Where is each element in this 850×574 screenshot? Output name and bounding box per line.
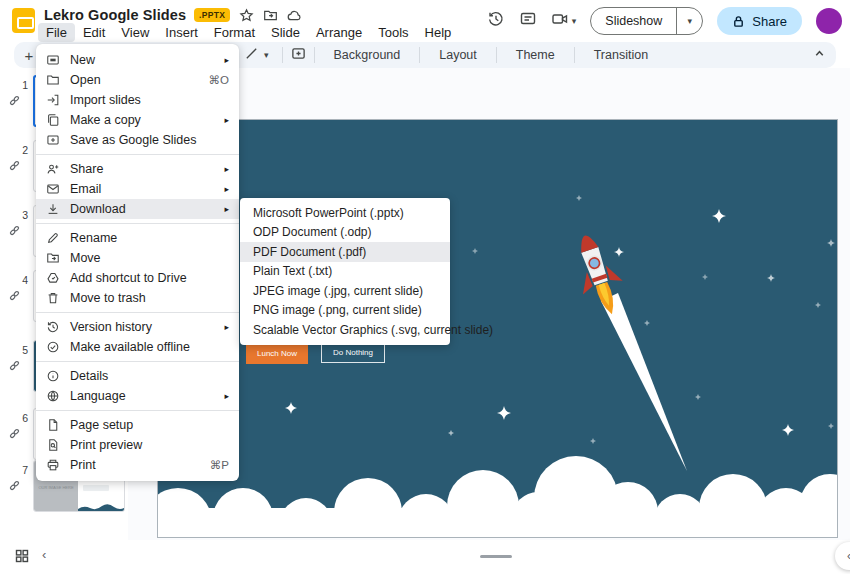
resize-handle[interactable] <box>480 555 512 558</box>
printer-icon <box>46 458 61 473</box>
slideshow-caret[interactable]: ▾ <box>676 8 702 34</box>
slideshow-button[interactable]: Slideshow <box>591 8 676 34</box>
slide-number: 1 <box>14 79 28 91</box>
comment-history-icon[interactable] <box>519 10 537 32</box>
submenu-arrow-icon: ▸ <box>224 55 229 65</box>
info-icon <box>46 369 61 384</box>
background-button[interactable]: Background <box>323 48 412 62</box>
globe-icon <box>46 389 61 404</box>
slide-button-launch[interactable]: Lunch Now <box>246 343 308 364</box>
menu-item-email[interactable]: Email▸ <box>36 179 239 199</box>
grid-view-icon[interactable] <box>15 549 29 567</box>
menu-item-rename[interactable]: Rename <box>36 228 239 248</box>
open-folder-icon <box>46 73 61 88</box>
account-avatar[interactable] <box>816 8 842 34</box>
submenu-item-odp[interactable]: ODP Document (.odp) <box>240 223 450 243</box>
thumb7-button <box>83 485 109 491</box>
slide-button-do-nothing[interactable]: Do Nothing <box>321 342 385 363</box>
toolbar-separator <box>314 47 315 63</box>
print-preview-icon <box>46 438 61 453</box>
menu-divider <box>36 312 239 313</box>
shortcut-label: ⌘O <box>209 73 229 87</box>
menu-format[interactable]: Format <box>206 23 263 42</box>
line-tool-icon[interactable] <box>244 46 259 64</box>
slide-number: 3 <box>14 209 28 221</box>
submenu-item-png[interactable]: PNG image (.png, current slide) <box>240 301 450 321</box>
line-tool-caret-icon[interactable]: ▾ <box>264 50 269 60</box>
email-icon <box>46 182 61 197</box>
menu-item-language[interactable]: Language▸ <box>36 386 239 406</box>
new-slide-doc-icon <box>46 53 61 68</box>
share-button[interactable]: Share <box>717 7 802 35</box>
collapse-filmstrip-icon[interactable]: ‹ <box>42 547 46 562</box>
menu-file[interactable]: File <box>38 23 75 42</box>
menu-item-open[interactable]: Open⌘O <box>36 70 239 90</box>
slide-number: 6 <box>14 412 28 424</box>
menu-view[interactable]: View <box>113 23 157 42</box>
cloud-status-icon[interactable] <box>286 7 302 23</box>
page-icon <box>46 418 61 433</box>
lock-icon <box>732 15 745 28</box>
drive-shortcut-icon <box>46 271 61 286</box>
menu-item-import-slides[interactable]: Import slides <box>36 90 239 110</box>
menu-item-move-to-trash[interactable]: Move to trash <box>36 288 239 308</box>
theme-button[interactable]: Theme <box>505 48 566 62</box>
app-header: Lekro Google Slides .PPTX File Edit View… <box>0 0 850 42</box>
menu-item-move[interactable]: Move <box>36 248 239 268</box>
submenu-item-jpeg[interactable]: JPEG image (.jpg, current slide) <box>240 281 450 301</box>
copy-icon <box>46 113 61 128</box>
videocam-icon <box>551 10 569 32</box>
layout-button[interactable]: Layout <box>428 48 488 62</box>
meet-caret-icon: ▾ <box>572 16 577 26</box>
collapse-toolbar-icon[interactable] <box>813 47 826 63</box>
transition-button[interactable]: Transition <box>583 48 659 62</box>
pptx-badge: .PPTX <box>194 8 230 22</box>
menu-slide[interactable]: Slide <box>263 23 308 42</box>
slides-logo-icon[interactable] <box>12 8 35 33</box>
document-title[interactable]: Lekro Google Slides <box>44 7 186 23</box>
menu-item-print[interactable]: Print⌘P <box>36 455 239 475</box>
menu-help[interactable]: Help <box>417 23 460 42</box>
menu-item-make-a-copy[interactable]: Make a copy▸ <box>36 110 239 130</box>
menu-tools[interactable]: Tools <box>370 23 416 42</box>
version-history-icon[interactable] <box>487 10 505 32</box>
move-folder-icon <box>46 251 61 266</box>
meet-button[interactable]: ▾ <box>551 10 577 32</box>
menu-item-download[interactable]: Download▸ <box>36 199 239 219</box>
link-icon <box>8 223 21 241</box>
menu-insert[interactable]: Insert <box>157 23 206 42</box>
submenu-item-pptx[interactable]: Microsoft PowerPoint (.pptx) <box>240 203 450 223</box>
menu-item-new[interactable]: New▸ <box>36 50 239 70</box>
menu-item-save-as-google-slides[interactable]: Save as Google Slides <box>36 130 239 150</box>
side-panel-toggle[interactable]: ‹ <box>835 542 850 570</box>
share-label: Share <box>752 14 787 29</box>
submenu-arrow-icon: ▸ <box>224 391 229 401</box>
link-icon <box>8 93 21 111</box>
menu-arrange[interactable]: Arrange <box>308 23 370 42</box>
slide-number: 4 <box>14 274 28 286</box>
slide-number: 7 <box>14 464 28 476</box>
menu-edit[interactable]: Edit <box>75 23 113 42</box>
submenu-item-txt[interactable]: Plain Text (.txt) <box>240 262 450 282</box>
file-menu: New▸ Open⌘O Import slides Make a copy▸ S… <box>36 44 239 481</box>
submenu-arrow-icon: ▸ <box>224 164 229 174</box>
menu-divider <box>36 410 239 411</box>
shortcut-label: ⌘P <box>210 458 229 472</box>
insert-placeholder-icon[interactable] <box>291 46 306 64</box>
menu-item-print-preview[interactable]: Print preview <box>36 435 239 455</box>
star-icon[interactable] <box>238 7 254 23</box>
menu-item-page-setup[interactable]: Page setup <box>36 415 239 435</box>
menu-item-share[interactable]: Share▸ <box>36 159 239 179</box>
submenu-item-pdf[interactable]: PDF Document (.pdf) <box>240 242 450 262</box>
submenu-item-svg[interactable]: Scalable Vector Graphics (.svg, current … <box>240 320 450 340</box>
menu-item-add-shortcut-to-drive[interactable]: Add shortcut to Drive <box>36 268 239 288</box>
menu-item-make-available-offline[interactable]: Make available offline <box>36 337 239 357</box>
toolbar-separator <box>419 47 420 63</box>
share-person-icon <box>46 162 61 177</box>
submenu-arrow-icon: ▸ <box>224 322 229 332</box>
toolbar-separator <box>282 47 283 63</box>
menu-item-details[interactable]: Details <box>36 366 239 386</box>
menu-item-version-history[interactable]: Version history▸ <box>36 317 239 337</box>
move-folder-icon[interactable] <box>262 7 278 23</box>
submenu-arrow-icon: ▸ <box>224 184 229 194</box>
